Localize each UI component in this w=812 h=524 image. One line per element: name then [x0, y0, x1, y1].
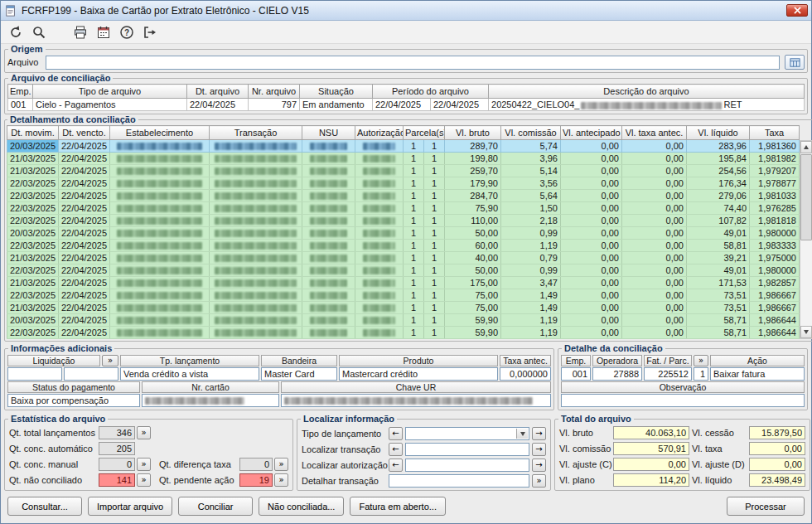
cell-vl-comissao: 3,96	[501, 153, 561, 165]
table-row[interactable]: 22/03/2025 22/04/2025 1 1 110,00 2,18	[7, 215, 800, 227]
table-row[interactable]: 22/03/2025 22/04/2025 1 1 60,00 1,19	[7, 240, 800, 252]
search-button[interactable]	[29, 23, 49, 41]
fatura-em-aberto-button[interactable]: Fatura em aberto...	[350, 497, 446, 516]
cell-transacao	[210, 153, 302, 165]
help-button[interactable]: ?	[117, 23, 137, 41]
cell-vl-antecipado: 0,00	[561, 289, 622, 302]
cell-parcela-1: 1	[404, 302, 424, 314]
chave-ur-field[interactable]	[281, 394, 551, 407]
cell-tipo: Cielo - Pagamentos	[33, 99, 187, 111]
taxa-antec-field[interactable]: 0,000000	[500, 367, 551, 381]
localizar-transacao-input[interactable]	[405, 443, 529, 456]
arquivo-row[interactable]: 001 Cielo - Pagamentos 22/04/2025 797 Em…	[8, 99, 805, 111]
origem-title: Origem	[8, 45, 46, 54]
table-row[interactable]: 21/03/2025 22/04/2025 1 1 175,00 3,47	[7, 277, 800, 289]
cell-estabelecimento	[110, 252, 210, 264]
liquidacao-more-button[interactable]: »	[102, 355, 118, 366]
redacted-nsu	[310, 167, 348, 175]
detalhamento-grid: Dt. movim. Dt. vencto. Estabelecimento T…	[7, 125, 812, 339]
qt-total-more-button[interactable]: »	[137, 426, 151, 439]
localizar-autorizacao-input[interactable]	[405, 458, 529, 472]
table-row[interactable]: 22/03/2025 22/04/2025 1 1 179,90 3,56	[7, 177, 800, 190]
col-dt-movim: Dt. movim.	[7, 126, 59, 140]
table-row[interactable]: 21/03/2025 22/04/2025 1 1 199,80 3,96	[7, 153, 800, 165]
detalhe-more-button[interactable]: »	[694, 355, 708, 366]
cell-estabelecimento	[110, 153, 210, 165]
exit-button[interactable]	[140, 23, 160, 41]
combo-dropdown-icon[interactable]	[516, 429, 528, 439]
scroll-down-button[interactable]	[800, 326, 812, 338]
table-row[interactable]: 20/03/2025 22/04/2025 1 1 50,00 0,99	[7, 227, 800, 240]
cell-taxa: 1,986644	[750, 314, 800, 327]
observacao-field[interactable]	[561, 394, 805, 407]
cell-vl-antecipado: 0,00	[561, 252, 622, 264]
cell-vl-bruto: 75,00	[445, 289, 501, 302]
cell-autorizacao	[355, 289, 404, 302]
tp-lancamento-field[interactable]: Venda crédito a vista	[120, 367, 259, 381]
undo-button[interactable]	[6, 23, 26, 41]
vertical-scrollbar[interactable]	[800, 140, 812, 339]
detalhar-transacao-input[interactable]	[389, 474, 529, 488]
scroll-up-button[interactable]	[800, 141, 812, 153]
cell-parcela-2: 1	[424, 302, 445, 314]
liquidacao-field-2[interactable]	[64, 367, 118, 381]
print-button[interactable]	[70, 23, 90, 41]
conciliar-button[interactable]: Conciliar	[178, 497, 253, 516]
processar-button[interactable]: Processar	[727, 497, 805, 516]
table-row[interactable]: 21/03/2025 22/04/2025 1 1 40,00 0,79	[7, 252, 800, 264]
tipo-prev-button[interactable]: ←	[389, 427, 403, 440]
arquivo-input[interactable]	[46, 56, 780, 70]
cell-autorizacao	[355, 215, 404, 227]
tp-lancamento-header: Tp. lançamento	[120, 355, 259, 366]
informacoes-adicionais-section: Informações adicionais Liquidação » Tp. …	[4, 344, 554, 410]
nao-conciliada-button[interactable]: Não conciliada...	[259, 497, 344, 516]
table-row[interactable]: 20/03/2025 22/04/2025 1 1 59,90 1,19	[7, 314, 800, 327]
bandeira-field[interactable]: Master Card	[261, 367, 337, 381]
qt-dif-taxa-more-button[interactable]: »	[274, 458, 288, 471]
detalhar-more-button[interactable]: »	[532, 474, 546, 488]
scrollbar-thumb[interactable]	[800, 154, 812, 240]
produto-field[interactable]: Mastercard crédito	[339, 367, 498, 381]
cell-vl-antecipado: 0,00	[561, 302, 622, 314]
qt-pendente-more-button[interactable]: »	[274, 473, 288, 487]
table-row[interactable]: 22/03/2025 22/04/2025 1 1 75,00 1,49	[7, 289, 800, 302]
cell-vl-taxa-antec: 0,00	[622, 190, 687, 202]
cell-transacao	[210, 165, 302, 177]
cell-dt-movim: 22/03/2025	[7, 289, 59, 302]
col-vl-comissao: Vl. comissão	[501, 126, 561, 140]
qt-manual-more-button[interactable]: »	[137, 458, 151, 471]
redacted-transacao	[215, 217, 297, 225]
autorizacao-prev-button[interactable]: ←	[389, 458, 403, 472]
close-button[interactable]	[786, 4, 808, 17]
cell-vl-taxa-antec: 0,00	[622, 327, 687, 339]
calendar-button[interactable]	[94, 23, 114, 41]
qt-nao-conciliado-more-button[interactable]: »	[137, 473, 151, 487]
transacao-prev-button[interactable]: ←	[389, 443, 403, 456]
importar-arquivo-button[interactable]: Importar arquivo	[88, 497, 172, 516]
detalhe-emp-field: 001	[561, 367, 591, 381]
table-row[interactable]: 21/03/2025 22/04/2025 1 1 259,70 5,14	[7, 165, 800, 177]
app-icon	[4, 4, 17, 17]
table-row[interactable]: 22/03/2025 22/04/2025 1 1 59,90 1,19	[7, 327, 800, 339]
status-pagamento-field[interactable]: Baixa por compensação	[7, 394, 140, 407]
cell-dt-movim: 22/03/2025	[7, 190, 59, 202]
transacao-next-button[interactable]: →	[532, 443, 546, 456]
liquidacao-field-1[interactable]	[7, 367, 62, 381]
table-row[interactable]: 21/03/2025 22/04/2025 1 1 75,00 1,49	[7, 302, 800, 314]
cell-vl-liquido: 58,71	[687, 327, 750, 339]
tipo-next-button[interactable]: →	[532, 427, 546, 440]
browse-file-button[interactable]	[785, 55, 805, 70]
table-row[interactable]: 22/03/2025 22/04/2025 1 1 284,70 5,64	[7, 190, 800, 202]
table-row[interactable]: 22/03/2025 22/04/2025 1 1 50,00 0,99	[7, 264, 800, 277]
detalhe-acao-field[interactable]: Baixar fatura	[710, 367, 805, 381]
nr-cartao-field[interactable]	[142, 394, 279, 407]
consultar-button[interactable]: Consultar...	[7, 497, 82, 516]
autorizacao-next-button[interactable]: →	[532, 458, 546, 472]
cell-vl-taxa-antec: 0,00	[622, 264, 687, 277]
table-row[interactable]: 20/03/2025 22/04/2025 1 1 289,70 5,74	[7, 140, 800, 153]
cell-dt-vencto: 22/04/2025	[59, 202, 110, 215]
redacted-nsu	[310, 242, 348, 250]
table-row[interactable]: 22/03/2025 22/04/2025 1 1 75,90 1,50	[7, 202, 800, 215]
redacted-estabelecimento	[117, 205, 203, 212]
tipo-lancamento-combo[interactable]	[405, 427, 529, 440]
